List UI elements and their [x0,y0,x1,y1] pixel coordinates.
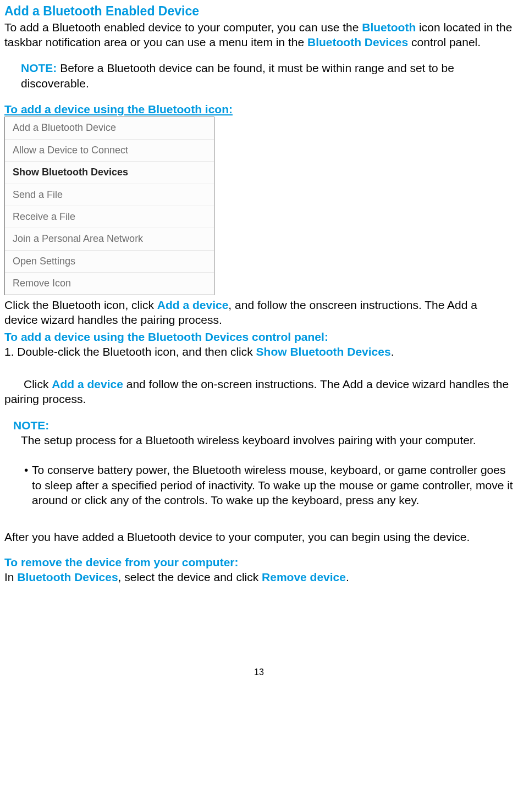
step-1: 1. Double-click the Bluetooth icon, and … [4,344,514,359]
bluetooth-context-menu: Add a Bluetooth Device Allow a Device to… [4,117,214,295]
intro-devices-term: Bluetooth Devices [307,36,408,48]
subheading-add-via-icon: To add a device using the Bluetooth icon… [4,102,514,117]
after-menu-add: Add a device [157,299,229,311]
remove-devices-term: Bluetooth Devices [17,571,118,583]
menu-item-add-device[interactable]: Add a Bluetooth Device [5,117,214,139]
menu-item-allow-connect[interactable]: Allow a Device to Connect [5,140,214,162]
after-added-paragraph: After you have added a Bluetooth device … [4,529,514,544]
subheading-remove: To remove the device from your computer: [4,555,514,570]
menu-item-show-devices[interactable]: Show Bluetooth Devices [5,162,214,184]
step-1-prefix: 1. Double-click the Bluetooth icon, and … [4,345,256,358]
step-2-pre: Click [11,378,52,390]
bullet-marker: • [24,462,32,507]
after-menu-paragraph: Click the Bluetooth icon, click Add a de… [4,297,514,328]
remove-device-term: Remove device [262,571,346,583]
subheading-add-via-panel: To add a device using the Bluetooth Devi… [4,329,514,344]
menu-item-receive-file[interactable]: Receive a File [5,206,214,228]
page-number: 13 [4,667,514,678]
note-2-line1: The setup process for a Bluetooth wirele… [21,433,514,448]
intro-pre: To add a Bluetooth enabled device to you… [4,21,362,34]
note-2-bullet-text: To conserve battery power, the Bluetooth… [32,462,514,507]
step-2-add: Add a device [52,378,123,390]
remove-pre: In [4,571,17,583]
menu-item-open-settings[interactable]: Open Settings [5,251,214,273]
menu-item-join-pan[interactable]: Join a Personal Area Network [5,228,214,250]
intro-post: control panel. [408,36,481,48]
note-2-bullet-row: • To conserve battery power, the Bluetoo… [24,462,514,507]
step-2: Click Add a device and follow the on-scr… [4,362,514,407]
intro-paragraph: To add a Bluetooth enabled device to you… [4,20,514,50]
note-2-label: NOTE: [13,418,514,433]
after-menu-pre: Click the Bluetooth icon, click [4,299,157,311]
step-1-dot: . [391,345,394,358]
remove-post: . [346,571,349,583]
note-2-block: NOTE: The setup process for a Bluetooth … [13,418,514,508]
step-1-show: Show Bluetooth Devices [256,345,391,358]
menu-item-remove-icon[interactable]: Remove Icon [5,273,214,294]
menu-item-send-file[interactable]: Send a File [5,184,214,206]
page-title: Add a Bluetooth Enabled Device [4,3,514,20]
remove-mid: , select the device and click [118,571,262,583]
note-1-block: NOTE: Before a Bluetooth device can be f… [21,60,514,91]
intro-bluetooth-term: Bluetooth [362,21,416,34]
note-1-label: NOTE: [21,62,57,74]
remove-paragraph: In Bluetooth Devices, select the device … [4,570,514,584]
note-1-text: Before a Bluetooth device can be found, … [21,62,454,89]
